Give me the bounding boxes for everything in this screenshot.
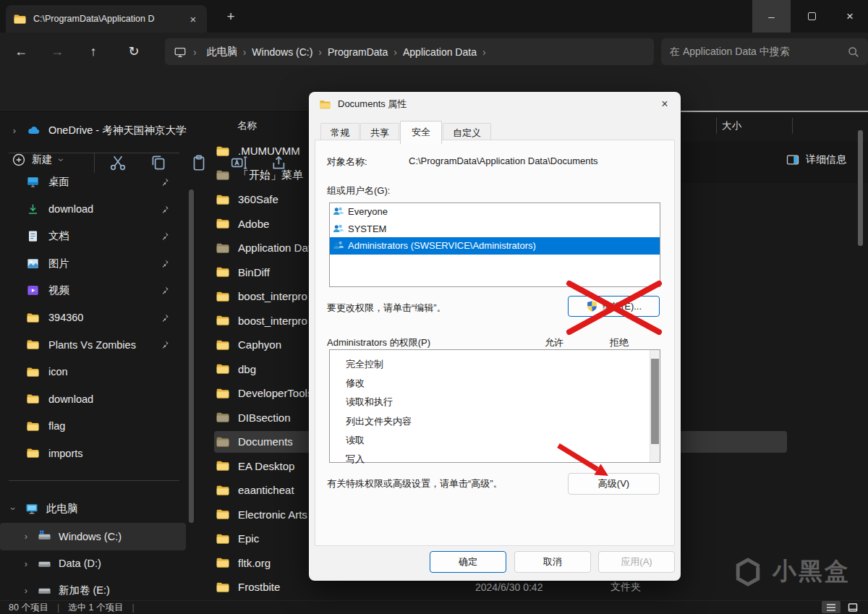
permission-item[interactable]: 写入 <box>346 450 412 469</box>
folder-icon <box>26 311 40 325</box>
user-list-item[interactable]: SYSTEM <box>330 221 660 238</box>
folder-icon <box>216 216 230 231</box>
maximize-button[interactable] <box>796 0 828 33</box>
scrollbar-thumb[interactable] <box>651 359 659 444</box>
group-users-listbox[interactable]: Everyone SYSTEM Administrators (SWSERVIC… <box>329 202 660 287</box>
sidebar-item[interactable]: download <box>0 385 188 413</box>
cancel-button[interactable]: 取消 <box>514 551 591 573</box>
chevron-right-icon[interactable]: › <box>22 585 30 596</box>
sidebar-item[interactable]: download <box>0 196 188 223</box>
folder-name: Application Data <box>238 242 317 254</box>
sidebar-item[interactable]: 文档 <box>0 223 188 250</box>
drive-icon <box>38 557 51 571</box>
user-list-item[interactable]: Everyone <box>330 203 660 221</box>
ok-button[interactable]: 确定 <box>430 551 506 573</box>
sidebar-item-drive[interactable]: › Data (D:) <box>0 550 188 578</box>
folder-icon <box>26 392 40 406</box>
dialog-title-bar: Documents 属性 <box>309 92 681 116</box>
back-button[interactable]: ← <box>9 40 33 63</box>
column-divider[interactable] <box>716 118 717 134</box>
folder-icon <box>216 338 230 352</box>
up-button[interactable]: ↑ <box>81 40 106 63</box>
dialog-tab[interactable]: 安全 <box>400 121 442 144</box>
chevron-right-icon[interactable]: › <box>22 531 30 542</box>
pin-icon <box>160 286 169 295</box>
folder-name: 360Safe <box>238 193 278 205</box>
sidebar-item[interactable]: icon <box>0 359 188 386</box>
permission-rows: 完全控制修改读取和执行列出文件夹内容读取写入 <box>346 355 412 469</box>
download-icon <box>26 202 40 216</box>
folder-name: Frostbite <box>238 581 280 593</box>
folder-name: DIBsection <box>238 412 291 424</box>
properties-dialog: Documents 属性 × 常规 共享 安全 自定义 对象名称: C:\Pro… <box>309 92 681 581</box>
sidebar-item[interactable]: flag <box>0 413 188 440</box>
sidebar-item[interactable]: 图片 <box>0 250 188 278</box>
folder-name: Epic <box>238 532 259 545</box>
sidebar-item[interactable]: Plants Vs Zombies <box>0 331 188 359</box>
folder-name: boost_interpro <box>238 315 307 327</box>
sidebar-item-label: download <box>48 393 93 405</box>
permissions-scrollbar[interactable] <box>650 350 660 462</box>
documents-icon <box>26 229 40 243</box>
sidebar-item[interactable]: imports <box>0 440 188 467</box>
thumbnail-view-icon <box>848 603 858 612</box>
deny-column-label: 拒绝 <box>610 336 629 349</box>
explorer-tab[interactable]: C:\ProgramData\Application D × <box>6 5 207 33</box>
sidebar-item[interactable]: 视频 <box>0 277 188 304</box>
permission-item[interactable]: 完全控制 <box>346 355 412 374</box>
permission-item[interactable]: 修改 <box>346 374 412 393</box>
minimize-button[interactable]: – <box>752 0 791 33</box>
details-view-icon <box>826 603 836 612</box>
drive-icon <box>38 584 51 597</box>
sidebar-item-label: 桌面 <box>48 175 69 189</box>
breadcrumb-item[interactable]: ProgramData <box>324 45 391 59</box>
folder-name: Electronic Arts <box>238 508 307 521</box>
sidebar-item-drive[interactable]: › Windows (C:) <box>0 523 186 550</box>
dialog-close-button[interactable]: × <box>656 96 673 112</box>
sidebar-item-label: icon <box>48 366 68 378</box>
uac-shield-icon <box>586 300 598 312</box>
object-name-value: C:\ProgramData\Application Data\Document… <box>409 155 598 166</box>
permission-item[interactable]: 读取和执行 <box>346 393 412 412</box>
sidebar-item-onedrive[interactable]: › OneDrive - 考神天国神京大学 <box>0 119 188 141</box>
user-list-item[interactable]: Administrators (SWSERVICE\Administrators… <box>330 237 660 255</box>
sidebar-divider <box>9 153 179 153</box>
sidebar-item[interactable]: 桌面 <box>0 169 188 196</box>
chevron-right-icon[interactable]: › <box>10 125 19 136</box>
advanced-button[interactable]: 高级(V) <box>568 473 660 495</box>
permission-item[interactable]: 读取 <box>346 431 412 450</box>
permissions-listbox[interactable]: 完全控制修改读取和执行列出文件夹内容读取写入 <box>329 349 660 463</box>
breadcrumb-item[interactable]: Application Data <box>399 45 480 59</box>
forward-button[interactable]: → <box>45 40 69 63</box>
close-button[interactable]: × <box>833 0 867 33</box>
refresh-button[interactable]: ↻ <box>122 40 146 63</box>
search-input[interactable]: 在 Application Data 中搜索 <box>661 38 868 65</box>
new-tab-button[interactable]: + <box>221 7 241 27</box>
folder-icon <box>216 483 230 498</box>
apply-button[interactable]: 应用(A) <box>598 551 675 573</box>
folder-name: Adobe <box>238 218 269 230</box>
name-column-header[interactable]: 名称 <box>237 119 257 132</box>
breadcrumb-item[interactable]: 此电脑 <box>203 44 241 60</box>
column-divider[interactable] <box>792 118 793 134</box>
sidebar-scrollbar[interactable] <box>189 189 194 523</box>
tab-close-icon[interactable]: × <box>187 13 200 25</box>
sidebar-item-this-pc[interactable]: › 此电脑 <box>0 498 188 519</box>
chevron-right-icon[interactable]: › <box>22 558 30 569</box>
thumbnail-view-button[interactable] <box>843 601 862 613</box>
details-view-button[interactable] <box>822 601 841 613</box>
chevron-down-icon[interactable]: › <box>8 504 19 513</box>
group-users-label: 组或用户名(G): <box>327 184 390 197</box>
chevron-right-icon: › <box>391 46 399 58</box>
folder-icon <box>13 12 27 26</box>
sidebar-item[interactable]: 394360 <box>0 304 188 332</box>
chevron-right-icon: › <box>191 46 199 58</box>
permissions-label: Administrators 的权限(P) <box>327 336 430 349</box>
windows-drive-icon <box>38 529 51 543</box>
pane-separator <box>681 111 868 112</box>
size-column-header[interactable]: 大小 <box>722 119 741 132</box>
file-list-scrollbar[interactable] <box>858 130 863 246</box>
breadcrumb-item[interactable]: Windows (C:) <box>248 45 316 59</box>
edit-button[interactable]: 编辑(E)... <box>568 296 660 317</box>
permission-item[interactable]: 列出文件夹内容 <box>346 412 412 431</box>
